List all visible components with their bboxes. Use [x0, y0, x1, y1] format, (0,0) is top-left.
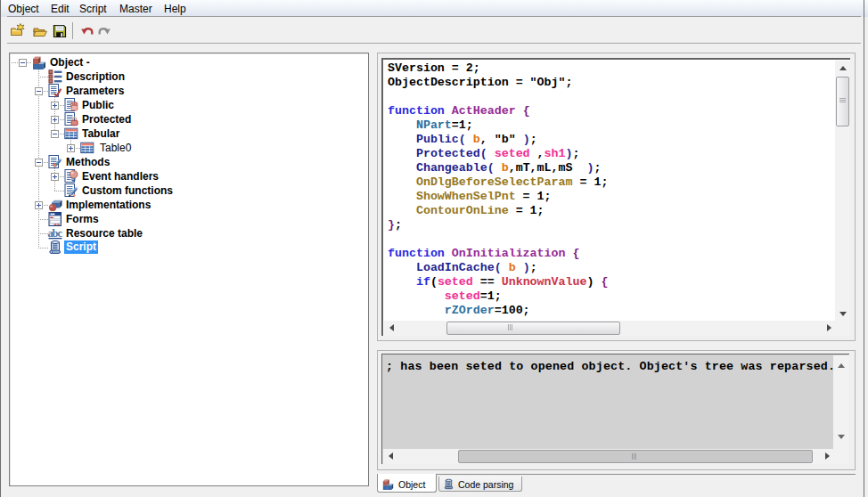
- svg-text:abc: abc: [48, 227, 63, 240]
